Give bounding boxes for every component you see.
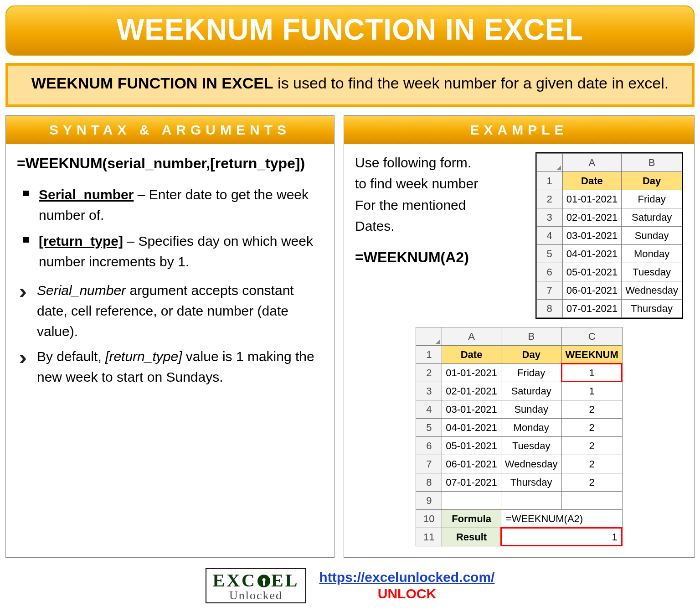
table-cell: 01-01-2021	[562, 190, 622, 208]
example-section: EXAMPLE Use following form. to find week…	[344, 115, 695, 558]
row-header: 7	[536, 281, 562, 299]
table-header-cell: Day	[622, 171, 682, 190]
footer-link-block: https://excelunlocked.com/ UNLOCK	[319, 570, 494, 602]
row-header: 6	[416, 436, 442, 455]
table-cell: Wednesday	[501, 455, 561, 473]
row-header: 6	[536, 263, 562, 281]
result-label-cell: Result	[442, 528, 501, 546]
table-cell: 07-01-2021	[442, 473, 501, 491]
table-header-cell: Date	[442, 345, 501, 363]
keyhole-icon	[257, 575, 270, 587]
table-corner	[416, 327, 442, 345]
col-header: B	[501, 327, 561, 345]
infographic-page: WEEKNUM FUNCTION IN EXCEL WEEKNUM FUNCTI…	[0, 0, 700, 612]
site-link[interactable]: https://excelunlocked.com/	[319, 570, 494, 585]
big-table-wrap: ABC1DateDayWEEKNUM201-01-2021Friday1302-…	[355, 327, 683, 546]
argument-item: [return_type] – Specifies day on which w…	[17, 231, 323, 272]
table-cell: 01-01-2021	[442, 363, 501, 382]
table-cell-weeknum: 2	[561, 473, 622, 491]
logo-line2: Unlocked	[213, 590, 299, 602]
big-table-frame: ABC1DateDayWEEKNUM201-01-2021Friday1302-…	[416, 327, 622, 546]
row-header: 11	[416, 528, 442, 546]
example-formula: =WEEKNUM(A2)	[355, 246, 527, 269]
table-cell: 03-01-2021	[562, 226, 622, 244]
table-header-cell: WEEKNUM	[561, 345, 622, 363]
table-cell-weeknum: 2	[561, 455, 622, 473]
table-cell-weeknum: 2	[561, 436, 622, 455]
table-corner	[536, 153, 562, 171]
argument-name: Serial_number	[39, 187, 134, 202]
table-cell: Tuesday	[622, 263, 682, 281]
syntax-formula: =WEEKNUM(serial_number,[return_type])	[17, 152, 323, 174]
logo: EXCEL Unlocked	[206, 568, 307, 603]
table-cell: Thursday	[622, 299, 682, 317]
table-cell: Friday	[622, 190, 682, 208]
syntax-section: SYNTAX & ARGUMENTS =WEEKNUM(serial_numbe…	[5, 115, 335, 558]
formula-value-cell: =WEEKNUM(A2)	[501, 509, 622, 528]
row-header: 7	[416, 455, 442, 473]
table-cell: 02-01-2021	[562, 208, 622, 226]
table-header-cell: Date	[562, 171, 622, 190]
note-italic: [return_type]	[105, 349, 182, 364]
intro-line: Use following form.	[355, 152, 527, 174]
table-cell	[561, 491, 622, 509]
note-italic: Serial_number	[37, 283, 126, 298]
table-cell-weeknum: 2	[561, 418, 622, 436]
row-header: 4	[416, 400, 442, 418]
row-header: 5	[536, 244, 562, 263]
small-excel-table: AB1DateDay201-01-2021Friday302-01-2021Sa…	[536, 153, 682, 318]
page-title: WEEKNUM FUNCTION IN EXCEL	[11, 13, 689, 47]
row-header: 8	[416, 473, 442, 491]
row-header: 3	[536, 208, 562, 226]
intro-line: For the mentioned	[355, 195, 527, 216]
row-header: 8	[536, 299, 562, 317]
row-header: 4	[536, 226, 562, 244]
table-cell: 06-01-2021	[562, 281, 622, 299]
table-cell: 05-01-2021	[562, 263, 622, 281]
note-lead: By default,	[37, 349, 105, 364]
footer: EXCEL Unlocked https://excelunlocked.com…	[5, 568, 695, 603]
note-item: Serial_number argument accepts constant …	[17, 280, 323, 342]
row-header: 9	[416, 491, 442, 509]
argument-name: [return_type]	[39, 233, 123, 249]
table-cell: Saturday	[622, 208, 682, 226]
table-cell: Thursday	[501, 473, 561, 491]
table-cell: 03-01-2021	[442, 400, 501, 418]
description-band: WEEKNUM FUNCTION IN EXCEL is used to fin…	[5, 63, 695, 107]
notes-list: Serial_number argument accepts constant …	[17, 280, 323, 387]
row-header: 10	[416, 509, 442, 528]
row-header: 3	[416, 382, 442, 400]
table-cell-weeknum: 2	[561, 400, 622, 418]
note-item: By default, [return_type] value is 1 mak…	[17, 346, 323, 387]
table-cell	[501, 491, 561, 509]
row-header: 2	[536, 190, 562, 208]
unlock-label: UNLOCK	[319, 586, 494, 602]
table-cell: 07-01-2021	[562, 299, 622, 317]
row-header: 2	[416, 363, 442, 382]
logo-line1: EXCEL	[213, 571, 299, 590]
col-header: C	[561, 327, 622, 345]
syntax-body: =WEEKNUM(serial_number,[return_type]) Se…	[6, 144, 334, 403]
row-header: 1	[536, 171, 562, 190]
row-header: 5	[416, 418, 442, 436]
table-cell: Sunday	[622, 226, 682, 244]
table-cell: Monday	[622, 244, 682, 263]
columns: SYNTAX & ARGUMENTS =WEEKNUM(serial_numbe…	[5, 115, 695, 558]
col-header: B	[622, 153, 682, 171]
table-cell-weeknum: 1	[561, 363, 622, 382]
intro-line: Dates.	[355, 216, 527, 237]
table-cell: 06-01-2021	[442, 455, 501, 473]
table-cell	[442, 491, 501, 509]
table-cell: Tuesday	[501, 436, 561, 455]
title-bar: WEEKNUM FUNCTION IN EXCEL	[5, 5, 695, 56]
formula-label-cell: Formula	[442, 509, 501, 528]
syntax-header: SYNTAX & ARGUMENTS	[6, 116, 334, 144]
col-header: A	[562, 153, 622, 171]
example-intro: Use following form. to find week number …	[355, 152, 527, 319]
description-bold: WEEKNUM FUNCTION IN EXCEL	[31, 74, 273, 92]
table-cell: Sunday	[501, 400, 561, 418]
table-cell: 04-01-2021	[442, 418, 501, 436]
col-header: A	[442, 327, 501, 345]
argument-item: Serial_number – Enter date to get the we…	[17, 184, 323, 225]
big-excel-table: ABC1DateDayWEEKNUM201-01-2021Friday1302-…	[416, 327, 622, 546]
